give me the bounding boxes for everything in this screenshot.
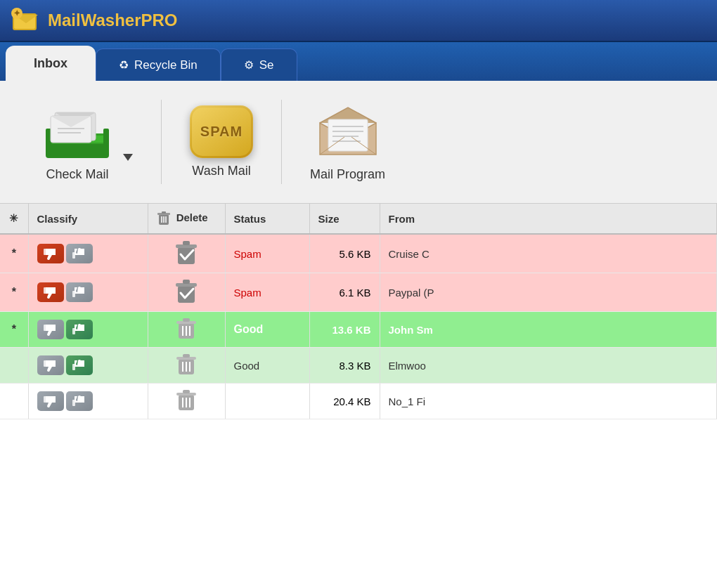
classify-good-btn[interactable] — [66, 244, 93, 263]
trash-checked-icon — [174, 240, 199, 267]
spam-badge-icon: SPAM — [190, 105, 253, 158]
toolbar-divider-2 — [281, 100, 282, 184]
thumbs-down-icon — [43, 395, 58, 407]
table-row[interactable]: Good8.3 KBElmwoo — [0, 348, 717, 384]
classify-cell — [28, 348, 148, 384]
spam-text: SPAM — [200, 124, 243, 140]
svg-rect-43 — [183, 318, 190, 322]
check-mail-label: Check Mail — [46, 167, 108, 182]
star-cell[interactable]: * — [0, 234, 28, 273]
svg-rect-59 — [183, 390, 190, 393]
thumbs-down-icon — [43, 286, 58, 299]
trash-icon — [176, 318, 197, 341]
mail-program-button[interactable]: Mail Program — [310, 102, 385, 182]
size-cell: 20.4 KB — [309, 384, 380, 419]
svg-rect-29 — [44, 249, 46, 255]
star-cell[interactable]: * — [0, 273, 28, 312]
star-header-icon: ✳ — [9, 212, 18, 224]
classify-good-btn[interactable] — [66, 282, 93, 302]
svg-rect-51 — [183, 354, 190, 358]
wash-mail-label: Wash Mail — [192, 164, 250, 178]
thumbs-up-icon — [72, 323, 87, 336]
star-value: * — [12, 286, 16, 298]
check-mail-button[interactable]: Check Mail — [42, 102, 112, 182]
classify-spam-btn[interactable] — [37, 282, 64, 302]
classify-good-btn[interactable] — [66, 355, 93, 375]
tab-recycle-bin[interactable]: ♻ Recycle Bin — [96, 48, 221, 81]
size-value: 20.4 KB — [333, 396, 370, 407]
app-name-prefix: MailWasher — [48, 11, 141, 30]
thumbs-down-icon — [43, 323, 58, 336]
classify-cell — [28, 384, 148, 419]
trash-checked-icon — [174, 279, 199, 306]
classify-spam-btn[interactable] — [37, 391, 64, 411]
trash-icon — [176, 353, 197, 377]
delete-unchecked-icon[interactable] — [157, 318, 217, 341]
size-cell: 5.6 KB — [309, 234, 380, 273]
settings-tab-label: Se — [259, 58, 274, 72]
delete-checked-icon[interactable] — [157, 279, 217, 306]
classify-spam-btn[interactable] — [37, 244, 64, 263]
classify-good-btn[interactable] — [66, 320, 93, 339]
from-cell: Cruise C — [380, 234, 717, 273]
th-status[interactable]: Status — [225, 204, 309, 234]
classify-cell — [28, 312, 148, 348]
table-row[interactable]: 20.4 KBNo_1 Fi — [0, 384, 717, 419]
svg-rect-47 — [44, 360, 46, 367]
wash-mail-button[interactable]: SPAM Wash Mail — [190, 105, 253, 178]
star-cell[interactable] — [0, 348, 28, 384]
star-cell[interactable] — [0, 384, 28, 419]
size-cell: 13.6 KB — [309, 312, 380, 348]
tab-inbox[interactable]: Inbox — [6, 46, 96, 81]
delete-cell[interactable] — [148, 273, 225, 312]
classify-spam-btn[interactable] — [37, 320, 64, 339]
th-size[interactable]: Size — [309, 204, 380, 234]
classify-spam-btn[interactable] — [37, 355, 64, 375]
status-value: Good — [234, 360, 260, 372]
check-mail-dropdown[interactable] — [123, 154, 133, 161]
delete-cell[interactable] — [148, 234, 225, 273]
thumbs-up-icon — [72, 286, 87, 299]
th-star[interactable]: ✳ — [0, 204, 28, 234]
status-cell: Spam — [225, 234, 309, 273]
table-row[interactable]: * — [0, 273, 717, 312]
table-row[interactable]: * — [0, 234, 717, 273]
from-cell: Elmwoo — [380, 348, 717, 384]
app-title: MailWasherPRO — [48, 11, 178, 30]
size-value: 5.6 KB — [339, 248, 370, 260]
size-cell: 8.3 KB — [309, 348, 380, 384]
thumbs-up-icon — [72, 247, 87, 260]
thumbs-up-icon — [72, 359, 87, 372]
classify-buttons — [37, 320, 139, 339]
table-row[interactable]: * — [0, 312, 717, 348]
svg-rect-33 — [183, 241, 190, 245]
delete-cell[interactable] — [148, 348, 225, 384]
trash-icon — [176, 389, 197, 413]
inbox-tab-label: Inbox — [34, 56, 67, 71]
th-delete[interactable]: Delete — [148, 204, 225, 234]
tab-settings[interactable]: ⚙ Se — [221, 48, 297, 81]
delete-cell[interactable] — [148, 384, 225, 419]
recycle-icon: ♻ — [119, 58, 129, 72]
classify-good-btn[interactable] — [66, 391, 93, 411]
status-header-label: Status — [234, 213, 266, 225]
mail-program-icon — [313, 102, 383, 162]
classify-buttons — [37, 391, 139, 411]
classify-buttons — [37, 244, 139, 263]
th-classify[interactable]: Classify — [28, 204, 148, 234]
from-cell: John Sm — [380, 312, 717, 348]
from-cell: Paypal (P — [380, 273, 717, 312]
delete-checked-icon[interactable] — [157, 240, 217, 267]
svg-rect-39 — [44, 325, 46, 331]
delete-unchecked-icon[interactable] — [157, 389, 217, 413]
delete-cell[interactable] — [148, 312, 225, 348]
star-cell[interactable]: * — [0, 312, 28, 348]
recycle-tab-label: Recycle Bin — [134, 58, 198, 72]
svg-text:✦: ✦ — [13, 8, 20, 18]
email-table: ✳ Classify — [0, 204, 717, 419]
th-from[interactable]: From — [380, 204, 717, 234]
toolbar-divider-1 — [161, 100, 162, 184]
delete-unchecked-icon[interactable] — [157, 353, 217, 377]
thumbs-up-icon — [72, 395, 87, 407]
wash-mail-section: SPAM Wash Mail — [169, 105, 274, 178]
